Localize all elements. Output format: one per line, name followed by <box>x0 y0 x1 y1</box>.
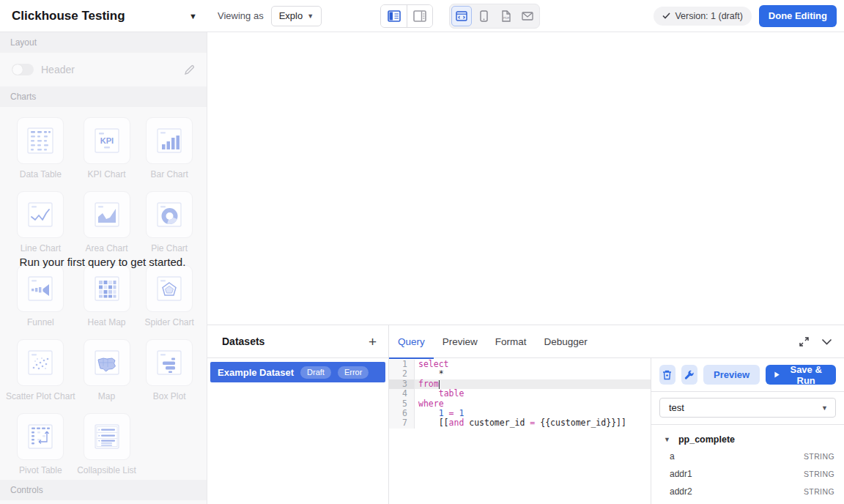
schema-column-row[interactable]: a STRING <box>659 448 836 465</box>
line-chart-icon <box>25 199 56 230</box>
collapsible-list-icon <box>92 421 122 452</box>
chart-item-label: Map <box>98 391 115 401</box>
schema-table-header[interactable]: ▼ pp_complete <box>659 425 836 448</box>
chart-item-pie-chart[interactable]: Pie Chart <box>138 187 201 256</box>
header-toggle[interactable] <box>12 64 34 75</box>
code-text: table <box>415 389 464 399</box>
right-panel-toggle-button[interactable] <box>407 5 432 27</box>
code-line-2[interactable]: 2 * <box>389 369 651 379</box>
line-number: 6 <box>389 409 415 418</box>
line-number: 3 <box>389 379 415 389</box>
code-text: [[and customer_id = {{customer_id}}]] <box>415 418 626 428</box>
chart-item-label: KPI Chart <box>88 169 126 179</box>
bottom-panel: Datasets + Example Dataset Draft Error Q… <box>207 325 844 504</box>
text-cursor <box>439 380 440 389</box>
email-icon <box>522 12 533 21</box>
viewer-select[interactable]: Explo ▼ <box>271 6 322 26</box>
delete-dataset-button[interactable] <box>659 365 675 385</box>
code-line-4[interactable]: 4 table <box>389 389 651 399</box>
tab-query[interactable]: Query <box>389 325 434 358</box>
chart-item-label: Heat Map <box>88 317 126 327</box>
spider-chart-icon <box>154 273 185 304</box>
bar-chart-icon <box>154 125 185 156</box>
map-icon <box>92 347 122 378</box>
dataset-row-example-dataset[interactable]: Example Dataset Draft Error <box>210 362 385 382</box>
code-line-5[interactable]: 5where <box>389 399 651 409</box>
schema-select[interactable]: test ▼ <box>659 398 836 418</box>
chart-item-map[interactable]: Map <box>75 335 138 404</box>
svg-text:KPI: KPI <box>100 136 113 145</box>
chart-item-heat-map[interactable]: Heat Map <box>75 261 138 330</box>
dashboard-title-menu[interactable]: Clickhouse Testing ▼ <box>0 0 207 32</box>
chart-item-bar-chart[interactable]: Bar Chart <box>138 113 201 182</box>
schema-browser: ▼ pp_complete a STRING addr1 STRING addr… <box>651 425 844 504</box>
chevron-down-icon: ▼ <box>307 12 314 20</box>
svg-text:PDF: PDF <box>503 16 510 20</box>
line-number: 2 <box>389 369 415 379</box>
controls-section-header: Controls <box>0 480 207 500</box>
save-and-run-button[interactable]: Save & Run <box>766 365 836 385</box>
chart-item-funnel[interactable]: Funnel <box>6 261 75 330</box>
tab-format[interactable]: Format <box>486 325 536 358</box>
datasets-title: Datasets <box>222 336 369 347</box>
tools-actions-row: Preview Save & Run <box>651 358 844 392</box>
chart-item-pivot-table[interactable]: Pivot Table <box>6 409 75 478</box>
pdf-export-button[interactable]: PDF <box>495 6 516 26</box>
schema-column-row[interactable]: addr1 STRING <box>659 465 836 483</box>
done-editing-button[interactable]: Done Editing <box>759 5 837 27</box>
schema-column-row[interactable]: addr2 STRING <box>659 483 836 500</box>
mobile-preview-button[interactable] <box>473 6 494 26</box>
code-line-3[interactable]: 3from <box>389 379 651 389</box>
collapse-panel-icon[interactable] <box>821 338 832 345</box>
toggle-knob <box>12 64 23 75</box>
code-text: from <box>415 379 440 389</box>
panel-toggle-group <box>380 4 433 28</box>
preview-mode-group: PDF <box>449 4 540 29</box>
controls-grid <box>0 500 207 504</box>
chart-item-scatter-plot[interactable]: Scatter Plot Chart <box>6 335 75 404</box>
preview-button[interactable]: Preview <box>703 365 760 385</box>
pdf-export-icon: PDF <box>501 10 511 22</box>
web-embed-button[interactable] <box>451 6 472 26</box>
schema-column-row[interactable]: b STRING <box>659 500 836 504</box>
dataset-name: Example Dataset <box>218 367 294 378</box>
top-bar: Clickhouse Testing ▼ Viewing as Explo ▼ <box>0 0 844 32</box>
chart-item-line-chart[interactable]: Line Chart <box>6 187 75 256</box>
column-name: addr2 <box>670 486 804 497</box>
sql-code-editor[interactable]: 1select2 *3from4 table5where6 1 = 17 [[a… <box>389 358 651 504</box>
expand-panel-icon[interactable] <box>799 336 810 347</box>
chart-item-data-table[interactable]: Data Table <box>6 113 75 182</box>
chart-item-collapsible-list[interactable]: Collapsible List <box>75 409 138 478</box>
format-query-button[interactable] <box>681 365 697 385</box>
datasets-header: Datasets + <box>207 325 388 358</box>
error-badge: Error <box>338 366 369 379</box>
chart-type-grid: Data Table KPI KPI Chart Bar Chart <box>0 107 207 480</box>
dashboard-canvas[interactable] <box>207 32 844 325</box>
left-panel-toggle-button[interactable] <box>381 5 407 27</box>
code-line-1[interactable]: 1select <box>389 360 651 369</box>
tab-preview[interactable]: Preview <box>434 325 486 358</box>
chart-item-kpi-chart[interactable]: KPI KPI Chart <box>75 113 138 182</box>
edit-pencil-icon[interactable] <box>184 64 195 75</box>
chevron-down-icon: ▼ <box>664 436 670 443</box>
right-panel-toggle-icon <box>413 10 426 22</box>
chart-item-area-chart[interactable]: Area Chart <box>75 187 138 256</box>
add-dataset-button[interactable]: + <box>369 335 377 349</box>
data-table-icon <box>25 125 56 156</box>
line-number: 5 <box>389 399 415 409</box>
funnel-icon <box>25 273 56 304</box>
chart-item-label: Data Table <box>20 169 62 179</box>
tab-debugger[interactable]: Debugger <box>536 325 596 358</box>
viewer-select-value: Explo <box>279 10 303 21</box>
chart-item-box-plot[interactable]: Box Plot <box>138 335 201 404</box>
version-badge[interactable]: Version: 1 (draft) <box>654 7 751 26</box>
code-line-7[interactable]: 7 [[and customer_id = {{customer_id}}]] <box>389 418 651 428</box>
draft-badge: Draft <box>300 366 331 379</box>
code-line-6[interactable]: 6 1 = 1 <box>389 409 651 418</box>
code-text: * <box>415 369 444 379</box>
viewing-as-label: Viewing as <box>218 10 264 21</box>
email-button[interactable] <box>517 6 538 26</box>
editor-tab-row: Query Preview Format Debugger <box>389 325 844 358</box>
chart-item-spider-chart[interactable]: Spider Chart <box>138 261 201 330</box>
wrench-icon <box>684 370 695 380</box>
